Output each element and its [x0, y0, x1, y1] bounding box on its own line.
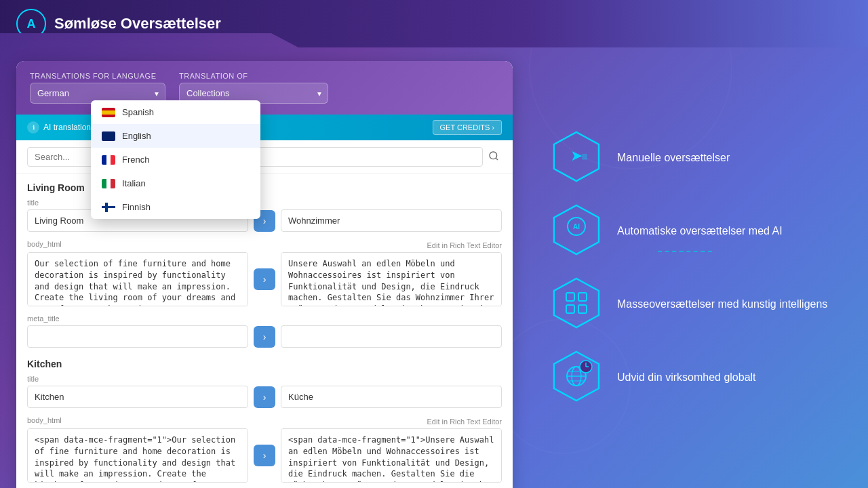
dropdown-item-italian[interactable]: Italian	[91, 171, 260, 195]
section-title-kitchen: Kitchen	[27, 359, 502, 369]
living-room-meta-row: ›	[27, 325, 502, 348]
svg-rect-10	[578, 293, 587, 301]
flag-finnish	[102, 203, 115, 212]
svg-text:AI: AI	[573, 223, 580, 230]
living-room-meta-source[interactable]	[27, 325, 248, 348]
svg-rect-12	[578, 305, 587, 313]
living-room-meta-wrapper: meta_title ›	[27, 314, 502, 348]
dropdown-item-spanish[interactable]: Spanish	[91, 100, 260, 124]
living-room-meta-translate-button[interactable]: ›	[254, 326, 275, 348]
language-field-group: Translations for language German Spanish…	[30, 72, 165, 104]
kitchen-title-row: ›	[27, 386, 502, 408]
living-room-body-header: body_html Edit in Rich Text Editor	[27, 240, 502, 251]
svg-line-1	[496, 158, 498, 160]
flag-spanish	[102, 108, 115, 117]
app-title: Sømløse Oversættelser	[54, 15, 221, 33]
kitchen-body-label: body_html	[27, 416, 62, 424]
kitchen-body-translate-button[interactable]: ›	[254, 445, 275, 466]
dropdown-label-english: English	[122, 131, 151, 141]
language-dropdown: Spanish English French Italian Finnish	[91, 100, 260, 219]
living-room-meta-label: meta_title	[27, 314, 502, 323]
main-layout: Translations for language German Spanish…	[0, 47, 868, 488]
dropdown-label-spanish: Spanish	[122, 107, 154, 117]
hexagon-ai: AI	[549, 203, 604, 260]
ai-bar-text: AI translation	[43, 123, 91, 132]
section-kitchen: Kitchen title › body_html	[27, 359, 502, 483]
dropdown-label-finnish: Finnish	[122, 202, 151, 212]
living-room-body-target[interactable]: Unsere Auswahl an edlen Möbeln und Wohna…	[281, 252, 502, 306]
left-panel: Translations for language German Spanish…	[0, 47, 529, 488]
kitchen-edit-rich-text[interactable]: Edit in Rich Text Editor	[427, 418, 502, 426]
kitchen-body-row: <span data-mce-fragment="1">Our selectio…	[27, 428, 502, 483]
search-button[interactable]	[486, 148, 502, 166]
living-room-title-target[interactable]	[281, 209, 502, 232]
dropdown-item-english[interactable]: English	[91, 124, 260, 148]
dashed-line-decoration	[658, 251, 712, 252]
logo-icon: A	[16, 9, 46, 39]
feature-ai-label: Automatiske oversættelser med AI	[617, 224, 783, 239]
flag-italian	[102, 179, 115, 188]
feature-mass-label: Masseoversættelser med kunstig intellige…	[617, 298, 827, 312]
kitchen-title-wrapper: title ›	[27, 375, 502, 408]
collection-field-group: Translation of Collections Products Page…	[179, 72, 328, 104]
living-room-body-source[interactable]: Our selection of fine furniture and home…	[27, 252, 248, 306]
translation-card: Translations for language German Spanish…	[16, 61, 513, 488]
ai-bar-left: ℹ AI translation	[27, 121, 91, 134]
living-room-body-wrapper: body_html Edit in Rich Text Editor Our s…	[27, 240, 502, 306]
flag-english	[102, 131, 115, 141]
dropdown-item-french[interactable]: French	[91, 148, 260, 171]
svg-point-0	[490, 152, 497, 159]
dropdown-item-finnish[interactable]: Finnish	[91, 195, 260, 219]
header: A Sømløse Oversættelser	[0, 0, 868, 47]
living-room-meta-target[interactable]	[281, 325, 502, 348]
kitchen-body-target[interactable]: <span data-mce-fragment="1">Unsere Auswa…	[281, 428, 502, 483]
feature-global-label: Udvid din virksomhed globalt	[617, 371, 756, 385]
living-room-body-translate-button[interactable]: ›	[254, 268, 275, 290]
collection-label: Translation of	[179, 72, 328, 80]
card-content: Living Room title › body_html	[16, 174, 513, 488]
svg-rect-11	[566, 305, 574, 313]
kitchen-title-source[interactable]	[27, 386, 248, 408]
dropdown-label-french: French	[122, 155, 149, 165]
living-room-edit-rich-text[interactable]: Edit in Rich Text Editor	[427, 241, 502, 249]
feature-mass: Masseoversættelser med kunstig intellige…	[549, 276, 848, 333]
svg-rect-9	[566, 293, 574, 301]
kitchen-body-source[interactable]: <span data-mce-fragment="1">Our selectio…	[27, 428, 248, 483]
dropdown-label-italian: Italian	[122, 178, 146, 188]
kitchen-body-wrapper: body_html Edit in Rich Text Editor <span…	[27, 416, 502, 483]
ai-icon: ℹ	[27, 121, 39, 134]
kitchen-title-label: title	[27, 375, 502, 383]
kitchen-title-target[interactable]	[281, 386, 502, 408]
flag-french	[102, 155, 115, 165]
kitchen-title-translate-button[interactable]: ›	[254, 386, 275, 408]
get-credits-button[interactable]: GET CREDITS ›	[433, 120, 502, 135]
living-room-body-row: Our selection of fine furniture and home…	[27, 252, 502, 306]
living-room-body-label: body_html	[27, 240, 62, 248]
language-label: Translations for language	[30, 72, 165, 80]
kitchen-body-header: body_html Edit in Rich Text Editor	[27, 416, 502, 427]
